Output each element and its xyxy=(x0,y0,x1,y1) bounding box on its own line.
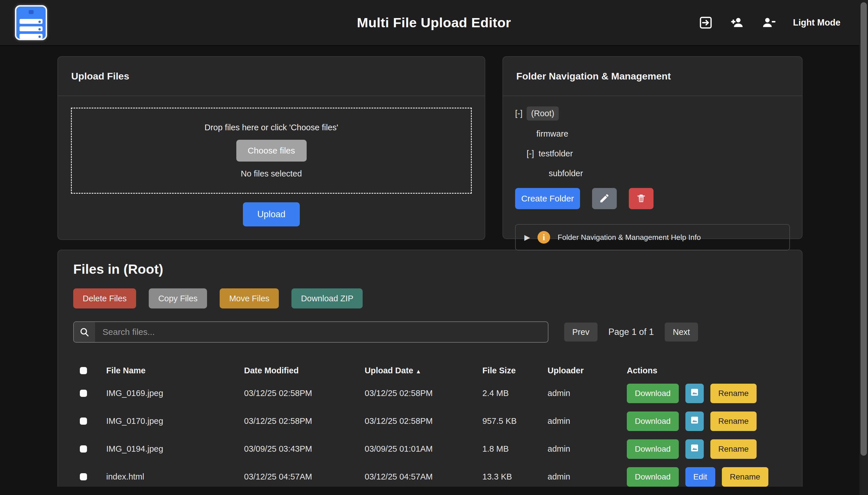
uploader: admin xyxy=(548,444,627,454)
search-bar xyxy=(73,321,548,343)
search-icon[interactable] xyxy=(74,322,95,342)
download-button[interactable]: Download xyxy=(627,439,679,459)
uploader: admin xyxy=(548,472,627,481)
col-header-file-size[interactable]: File Size xyxy=(482,366,548,375)
row-actions: DownloadRename xyxy=(627,411,787,431)
uploader: admin xyxy=(548,389,627,398)
row-actions: DownloadEditRename xyxy=(627,467,787,487)
delete-folder-button[interactable] xyxy=(629,188,653,209)
edit-button[interactable]: Edit xyxy=(685,467,715,487)
folder-tree-item[interactable]: subfolder xyxy=(548,167,790,180)
row-actions: DownloadRename xyxy=(627,439,787,459)
col-header-file-name[interactable]: File Name xyxy=(106,366,244,375)
folder-name[interactable]: (Root) xyxy=(527,106,559,121)
upload-date: 03/09/25 01:01AM xyxy=(365,444,482,454)
file-name: IMG_0194.jpeg xyxy=(106,444,244,454)
logout-icon[interactable] xyxy=(698,15,713,30)
row-checkbox[interactable] xyxy=(80,473,87,480)
file-name: index.html xyxy=(106,472,244,481)
select-all-checkbox[interactable] xyxy=(80,367,87,374)
file-table-body: IMG_0169.jpeg03/12/25 02:58PM03/12/25 02… xyxy=(73,379,787,487)
scrollbar-track[interactable] xyxy=(859,0,868,495)
file-dropzone[interactable]: Drop files here or click 'Choose files' … xyxy=(71,108,472,194)
date-modified: 03/09/25 03:43PM xyxy=(244,444,365,454)
app-logo-icon[interactable] xyxy=(15,5,47,40)
move-files-button[interactable]: Move Files xyxy=(220,288,279,308)
files-panel: Files in (Root) Delete FilesCopy FilesMo… xyxy=(57,250,803,487)
scrollbar-thumb[interactable] xyxy=(861,2,867,456)
next-page-button[interactable]: Next xyxy=(665,323,698,341)
page-indicator: Page 1 of 1 xyxy=(608,327,654,337)
folder-name[interactable]: firmware xyxy=(536,127,569,140)
download-button[interactable]: Download xyxy=(627,411,679,431)
row-checkbox[interactable] xyxy=(80,445,87,453)
download-zip-button[interactable]: Download ZIP xyxy=(291,288,363,308)
collapse-toggle[interactable]: [-] xyxy=(515,109,522,118)
upload-button[interactable]: Upload xyxy=(243,202,300,226)
image-icon xyxy=(690,388,699,399)
files-panel-title: Files in (Root) xyxy=(73,261,787,277)
folder-tree-item[interactable]: [-]testfolder xyxy=(527,147,790,160)
row-checkbox[interactable] xyxy=(80,390,87,397)
search-input[interactable] xyxy=(95,322,548,342)
image-icon xyxy=(690,443,699,455)
sort-asc-icon: ▲ xyxy=(416,368,421,374)
pagination: Prev Page 1 of 1 Next xyxy=(564,323,698,341)
create-folder-button[interactable]: Create Folder xyxy=(515,188,580,209)
copy-files-button[interactable]: Copy Files xyxy=(149,288,207,308)
file-name: IMG_0170.jpeg xyxy=(106,416,244,426)
rename-button[interactable]: Rename xyxy=(711,439,757,459)
trash-icon xyxy=(636,193,647,205)
folder-panel-title: Folder Navigation & Management xyxy=(503,57,802,96)
row-checkbox[interactable] xyxy=(80,417,87,425)
folder-help-accordion[interactable]: ▶ i Folder Navigation & Management Help … xyxy=(515,224,790,251)
date-modified: 03/12/25 02:58PM xyxy=(244,416,365,426)
remove-user-icon[interactable] xyxy=(762,15,777,30)
download-button[interactable]: Download xyxy=(627,467,679,487)
col-header-actions: Actions xyxy=(627,366,787,375)
file-size: 13.3 KB xyxy=(482,472,548,481)
rename-button[interactable]: Rename xyxy=(711,411,757,431)
files-toolbar: Delete FilesCopy FilesMove FilesDownload… xyxy=(73,288,787,308)
table-header-row: File Name Date Modified Upload Date▲ Fil… xyxy=(73,362,787,379)
image-preview-button[interactable] xyxy=(685,439,704,459)
folder-tree: [-](Root)firmware[-]testfoldersubfolder xyxy=(515,106,790,180)
col-header-uploader[interactable]: Uploader xyxy=(548,366,627,375)
file-size: 1.8 MB xyxy=(482,444,548,454)
prev-page-button[interactable]: Prev xyxy=(564,323,598,341)
table-row: index.html03/12/25 04:57AM03/12/25 04:57… xyxy=(73,463,787,487)
row-actions: DownloadRename xyxy=(627,384,787,403)
top-bar: Multi File Upload Editor Light xyxy=(0,0,868,46)
image-icon xyxy=(690,415,699,427)
folder-name[interactable]: testfolder xyxy=(538,147,573,160)
download-button[interactable]: Download xyxy=(627,384,679,403)
pencil-icon xyxy=(599,193,610,205)
rename-button[interactable]: Rename xyxy=(722,467,768,487)
add-user-icon[interactable] xyxy=(730,15,745,30)
folder-name[interactable]: subfolder xyxy=(548,167,583,180)
folder-help-label: Folder Navigation & Management Help Info xyxy=(557,233,701,242)
rename-folder-button[interactable] xyxy=(592,188,617,209)
image-preview-button[interactable] xyxy=(685,384,704,403)
upload-date: 03/12/25 04:57AM xyxy=(365,472,482,481)
image-preview-button[interactable] xyxy=(685,411,704,431)
folder-navigation-panel: Folder Navigation & Management [-](Root)… xyxy=(502,56,803,239)
date-modified: 03/12/25 04:57AM xyxy=(244,472,365,481)
folder-tree-item[interactable]: [-](Root) xyxy=(515,106,790,121)
delete-files-button[interactable]: Delete Files xyxy=(73,288,136,308)
upload-date: 03/12/25 02:58PM xyxy=(365,416,482,426)
choose-files-button[interactable]: Choose files xyxy=(236,140,307,161)
upload-panel-title: Upload Files xyxy=(58,57,485,96)
upload-date: 03/12/25 02:58PM xyxy=(365,389,482,398)
rename-button[interactable]: Rename xyxy=(711,384,757,403)
no-files-selected-text: No files selected xyxy=(241,169,302,178)
folder-tree-item[interactable]: firmware xyxy=(536,127,790,140)
table-row: IMG_0170.jpeg03/12/25 02:58PM03/12/25 02… xyxy=(73,407,787,435)
col-header-date-modified[interactable]: Date Modified xyxy=(244,366,365,375)
table-row: IMG_0194.jpeg03/09/25 03:43PM03/09/25 01… xyxy=(73,435,787,463)
theme-toggle[interactable]: Light Mode xyxy=(793,17,840,28)
collapse-toggle[interactable]: [-] xyxy=(527,149,534,158)
col-header-upload-date[interactable]: Upload Date▲ xyxy=(365,366,482,375)
date-modified: 03/12/25 02:58PM xyxy=(244,389,365,398)
file-size: 2.4 MB xyxy=(482,389,548,398)
